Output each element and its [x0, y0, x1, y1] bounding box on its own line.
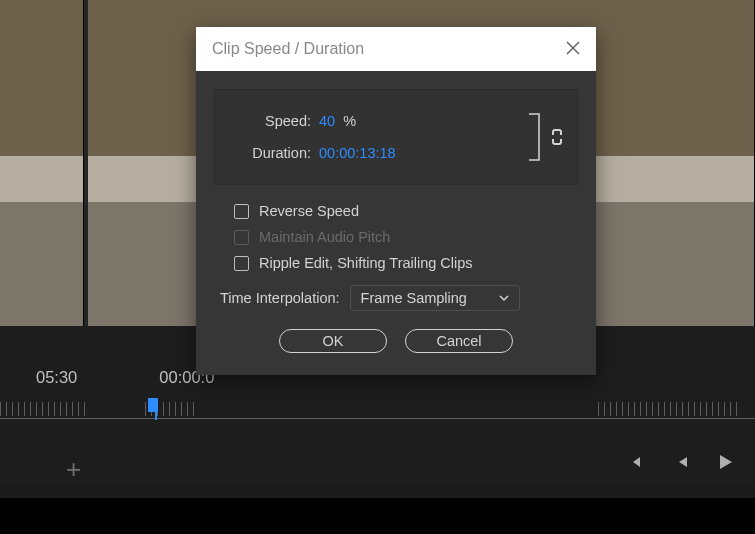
duration-field: Duration: 00:00:13:18 [229, 145, 396, 161]
ok-button[interactable]: OK [279, 329, 387, 353]
go-to-in-icon[interactable] [627, 452, 647, 472]
checkbox-icon [234, 204, 249, 219]
chevron-down-icon [499, 293, 509, 303]
playhead-icon[interactable] [148, 398, 160, 422]
checkbox-icon [234, 256, 249, 271]
time-interpolation-dropdown[interactable]: Frame Sampling [350, 285, 520, 311]
clip-speed-dialog: Clip Speed / Duration Speed: 40 % Durati… [196, 27, 596, 375]
step-back-icon[interactable] [671, 452, 691, 472]
play-icon[interactable] [715, 452, 735, 472]
ripple-edit-checkbox[interactable]: Ripple Edit, Shifting Trailing Clips [234, 255, 578, 271]
bottom-strip [0, 498, 755, 534]
dialog-titlebar[interactable]: Clip Speed / Duration [196, 27, 596, 71]
link-icon [551, 128, 563, 146]
dialog-title: Clip Speed / Duration [212, 40, 364, 58]
close-icon[interactable] [566, 39, 580, 60]
transport-controls [627, 452, 735, 472]
reverse-speed-label: Reverse Speed [259, 203, 359, 219]
speed-label: Speed: [229, 113, 311, 129]
maintain-audio-pitch-label: Maintain Audio Pitch [259, 229, 390, 245]
speed-duration-group: Speed: 40 % Duration: 00:00:13:18 [214, 89, 578, 185]
link-speed-duration-toggle[interactable] [527, 108, 563, 166]
time-interpolation-label: Time Interpolation: [220, 290, 340, 306]
duration-label: Duration: [229, 145, 311, 161]
checkbox-icon [234, 230, 249, 245]
time-interpolation-value: Frame Sampling [361, 290, 467, 306]
speed-unit: % [343, 113, 356, 129]
clip-thumbnail[interactable] [0, 0, 84, 326]
duration-value[interactable]: 00:00:13:18 [319, 145, 396, 161]
ripple-edit-label: Ripple Edit, Shifting Trailing Clips [259, 255, 473, 271]
timecode-label: 05:30 [36, 368, 77, 390]
speed-value[interactable]: 40 [319, 113, 335, 129]
reverse-speed-checkbox[interactable]: Reverse Speed [234, 203, 578, 219]
speed-field: Speed: 40 % [229, 113, 396, 129]
maintain-audio-pitch-checkbox: Maintain Audio Pitch [234, 229, 578, 245]
add-track-button[interactable]: + [66, 454, 81, 485]
time-ruler[interactable] [0, 398, 755, 428]
cancel-button[interactable]: Cancel [405, 329, 513, 353]
